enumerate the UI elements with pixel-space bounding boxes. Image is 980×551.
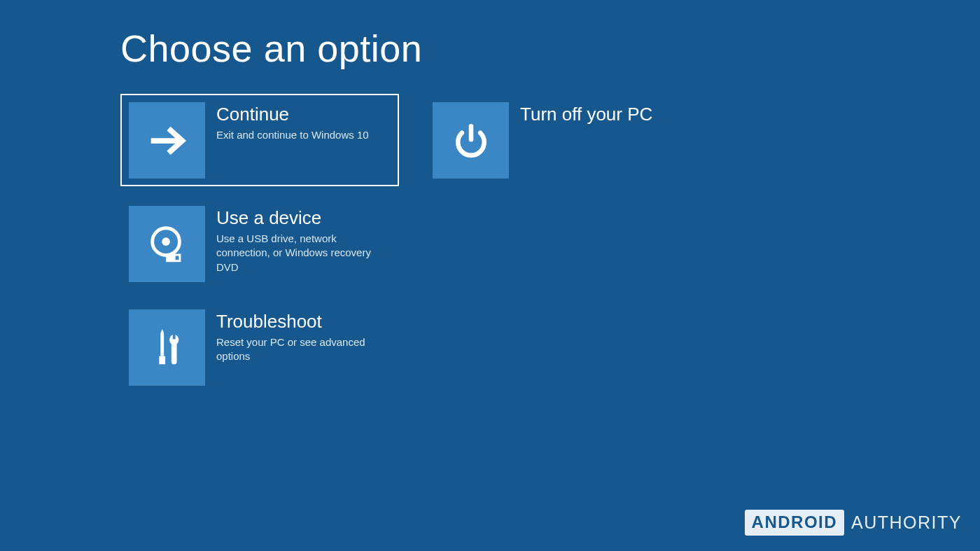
option-use-a-device[interactable]: Use a device Use a USB drive, network co… [120,197,399,290]
option-desc: Use a USB drive, network connection, or … [216,232,389,274]
device-disc-icon [129,206,205,282]
option-column-right: Turn off your PC [424,94,703,393]
svg-rect-7 [172,333,175,339]
svg-rect-5 [159,356,165,364]
option-troubleshoot[interactable]: Troubleshoot Reset your PC or see advanc… [120,301,399,393]
svg-rect-4 [160,333,164,356]
option-column-left: Continue Exit and continue to Windows 10… [120,94,399,393]
svg-marker-6 [160,328,164,333]
watermark: ANDROID AUTHORITY [745,510,962,536]
option-label: Troubleshoot [216,311,389,333]
arrow-right-icon [129,102,205,179]
option-desc: Reset your PC or see advanced options [216,335,389,364]
option-text: Troubleshoot Reset your PC or see advanc… [205,309,389,364]
option-label: Turn off your PC [520,104,693,125]
option-continue[interactable]: Continue Exit and continue to Windows 10 [120,94,399,186]
option-label: Use a device [216,207,389,229]
svg-rect-3 [175,256,178,260]
recovery-screen: Choose an option Continue Exit and conti… [0,0,980,551]
option-turn-off-pc[interactable]: Turn off your PC [424,94,703,186]
option-desc: Exit and continue to Windows 10 [216,128,389,142]
watermark-box: ANDROID [745,510,845,536]
option-text: Continue Exit and continue to Windows 10 [205,102,389,142]
option-text: Use a device Use a USB drive, network co… [205,206,389,274]
option-label: Continue [216,104,389,125]
page-title: Choose an option [120,27,980,70]
power-icon [433,102,509,179]
option-grid: Continue Exit and continue to Windows 10… [120,94,980,393]
tools-icon [129,309,205,386]
svg-point-1 [162,237,170,246]
watermark-word: AUTHORITY [851,512,962,533]
option-text: Turn off your PC [509,102,693,128]
